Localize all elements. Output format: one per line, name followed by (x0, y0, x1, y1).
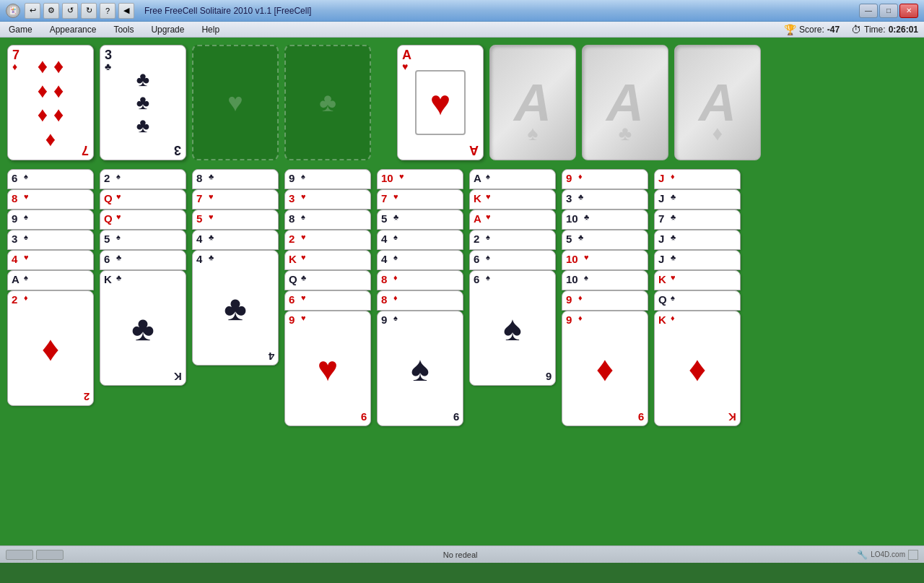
foundation-1[interactable]: A ♥ ♥ A (397, 45, 484, 160)
stacked-card[interactable]: 4♠ (377, 250, 463, 270)
foundation-2[interactable]: A ♠ (489, 45, 576, 160)
toolbar-help[interactable]: ? (100, 3, 116, 19)
foundation-4[interactable]: A ♦ (674, 45, 761, 160)
time-value: 0:26:01 (889, 25, 918, 35)
stacked-card[interactable]: K♣K♣ (100, 270, 186, 386)
freecell-4[interactable]: ♣ (284, 45, 371, 160)
stacked-card[interactable]: 7♥ (192, 189, 279, 210)
stacked-card[interactable]: 2♠ (469, 230, 556, 250)
stacked-card[interactable]: 8♥ (7, 189, 94, 210)
stacked-card[interactable]: 8♠ (284, 210, 371, 230)
stacked-card[interactable]: K♦K♦ (654, 311, 741, 426)
stacked-card[interactable]: 6♥ (284, 290, 371, 311)
toolbar-back[interactable]: ↩ (25, 3, 40, 19)
stacked-card[interactable]: 2♦2♦ (7, 290, 94, 406)
stacked-card[interactable]: 10♠ (562, 270, 648, 290)
stacked-card[interactable]: K♥ (469, 189, 556, 210)
freecell-suit: ♣ (319, 87, 336, 118)
menu-tools[interactable]: Tools (110, 25, 136, 35)
freecell-3[interactable]: ♥ (192, 45, 279, 160)
score-icon: 🏆 (784, 24, 796, 35)
stacked-card[interactable]: K♥ (284, 250, 371, 270)
top-row: 7 ♦ ♦ ♦♦ ♦♦ ♦♦ 7 3 ♣ ♣♣♣ 3 ♥ ♣ A ♥ ♥ (7, 45, 917, 160)
menu-appearance[interactable]: Appearance (47, 25, 100, 35)
column-7: 9♦3♣10♣5♣10♥10♠9♦9♦9♦ (562, 169, 648, 426)
stacked-card[interactable]: 8♦ (377, 290, 463, 311)
statusbar: No redeal 🔧 LO4D.com (0, 545, 924, 563)
minimize-button[interactable]: — (859, 4, 878, 18)
stacked-card[interactable]: Q♠ (654, 290, 741, 311)
menu-game[interactable]: Game (6, 25, 35, 35)
logo-text: LO4D.com (871, 550, 905, 558)
stacked-card[interactable]: A♠ (7, 270, 94, 290)
stacked-card[interactable]: J♣ (654, 189, 741, 210)
stacked-card[interactable]: 7♣ (654, 210, 741, 230)
empty-suit: ♠ (528, 122, 539, 145)
stacked-card[interactable]: Q♥ (100, 189, 186, 210)
stacked-card[interactable]: 9♥9♥ (284, 311, 371, 426)
stacked-card[interactable]: 5♥ (192, 210, 279, 230)
stacked-card[interactable]: Q♥ (100, 210, 186, 230)
column-6: A♠K♥A♥2♠6♠6♠6♠ (469, 169, 556, 386)
card-center: ♦ ♦♦ ♦♦ ♦♦ (38, 54, 64, 151)
freecell-1[interactable]: 7 ♦ ♦ ♦♦ ♦♦ ♦♦ 7 (7, 45, 94, 160)
empty-suit: ♦ (712, 122, 723, 145)
column-8: J♦J♣7♣J♣J♣K♥Q♠K♦K♦ (654, 169, 741, 426)
stacked-card[interactable]: A♠ (469, 169, 556, 189)
stacked-card[interactable]: 2♥ (284, 230, 371, 250)
stacked-card[interactable]: J♣ (654, 250, 741, 270)
stacked-card[interactable]: 4♥ (7, 250, 94, 270)
stacked-card[interactable]: J♣ (654, 230, 741, 250)
toolbar-more[interactable]: ◀ (118, 3, 134, 19)
maximize-button[interactable]: □ (879, 4, 898, 18)
menu-help[interactable]: Help (199, 25, 222, 35)
freecell-2[interactable]: 3 ♣ ♣♣♣ 3 (100, 45, 186, 160)
freecell-suit: ♥ (227, 87, 243, 118)
toolbar-redo[interactable]: ↻ (81, 3, 97, 19)
stacked-card[interactable]: 10♣ (562, 210, 648, 230)
stacked-card[interactable]: A♥ (469, 210, 556, 230)
menu-upgrade[interactable]: Upgrade (148, 25, 187, 35)
stacked-card[interactable]: 3♥ (284, 189, 371, 210)
stacked-card[interactable]: 9♠9♠ (377, 311, 463, 426)
stacked-card[interactable]: 4♣ (192, 230, 279, 250)
empty-suit: ♣ (619, 122, 632, 145)
column-4: 9♠3♥8♠2♥K♥Q♣6♥9♥9♥ (284, 169, 371, 426)
stacked-card[interactable]: 3♣ (562, 189, 648, 210)
toolbar-undo[interactable]: ↺ (62, 3, 78, 19)
stacked-card[interactable]: 3♠ (7, 230, 94, 250)
stacked-card[interactable]: J♦ (654, 169, 741, 189)
titlebar: 🃏 ↩ ⚙ ↺ ↻ ? ◀ Free FreeCell Solitaire 20… (0, 0, 924, 22)
card-suit: ♥ (402, 61, 408, 72)
stacked-card[interactable]: 10♥ (562, 250, 648, 270)
stacked-card[interactable]: 5♠ (100, 230, 186, 250)
stacked-card[interactable]: 7♥ (377, 189, 463, 210)
stacked-card[interactable]: 9♦ (562, 290, 648, 311)
stacked-card[interactable]: 10♥ (377, 169, 463, 189)
score-label: Score: (799, 25, 824, 35)
stacked-card[interactable]: 9♦ (562, 169, 648, 189)
stacked-card[interactable]: Q♣ (284, 270, 371, 290)
stacked-card[interactable]: 4♠ (377, 230, 463, 250)
stacked-card[interactable]: 6♠6♠ (469, 270, 556, 386)
card-rank: 7 (12, 48, 19, 61)
resize-handle[interactable] (908, 550, 918, 560)
menu-bar: Game Appearance Tools Upgrade Help 🏆 Sco… (0, 22, 924, 38)
stacked-card[interactable]: 9♠ (7, 210, 94, 230)
stacked-card[interactable]: 4♣4♣ (192, 250, 279, 366)
stacked-card[interactable]: 5♣ (377, 210, 463, 230)
stacked-card[interactable]: 6♠ (469, 250, 556, 270)
stacked-card[interactable]: 8♦ (377, 270, 463, 290)
foundation-3[interactable]: A ♣ (582, 45, 668, 160)
close-button[interactable]: ✕ (899, 4, 918, 18)
stacked-card[interactable]: K♥ (654, 270, 741, 290)
toolbar-icon2[interactable]: ⚙ (43, 3, 59, 19)
stacked-card[interactable]: 8♣ (192, 169, 279, 189)
app-icon: 🃏 (6, 4, 20, 18)
stacked-card[interactable]: 6♣ (100, 250, 186, 270)
stacked-card[interactable]: 9♦9♦ (562, 311, 648, 426)
stacked-card[interactable]: 2♠ (100, 169, 186, 189)
stacked-card[interactable]: 9♠ (284, 169, 371, 189)
stacked-card[interactable]: 5♣ (562, 230, 648, 250)
stacked-card[interactable]: 6♠ (7, 169, 94, 189)
